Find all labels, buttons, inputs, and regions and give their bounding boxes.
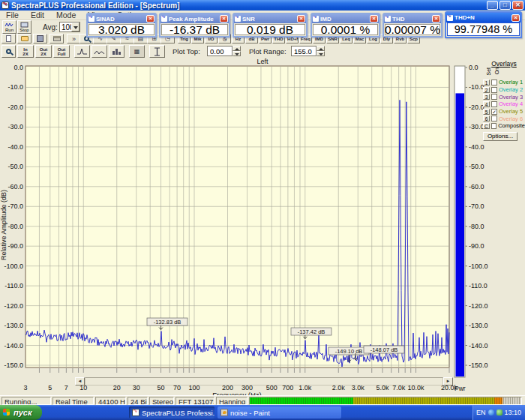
overlay-row-3: 3Overlay 3 (483, 93, 525, 100)
plot-top-input[interactable]: 0.00 (207, 46, 232, 56)
svg-text:Left: Left (256, 58, 268, 65)
zoom-in-2x-button[interactable]: In 2X (17, 45, 34, 58)
meter-panel-value: 0.019 dB (235, 24, 305, 35)
stop-button[interactable]: Stop (17, 20, 32, 34)
overlay-row-1: 1Overlay 1 (483, 79, 525, 86)
overlay-checkbox-3[interactable] (491, 94, 497, 100)
svg-text:-148.07 dB: -148.07 dB (370, 346, 398, 353)
meter-panel-peak-amplitude[interactable]: Peak Amplitude×-16.37 dB (159, 13, 230, 38)
plot-top-label: Plot Top: (172, 47, 200, 56)
overlay-checkbox-5[interactable]: ✓ (491, 109, 497, 115)
cursor-button[interactable] (149, 45, 165, 58)
svg-text:-140.0: -140.0 (4, 342, 23, 350)
input-level-meter (249, 397, 522, 405)
svg-text:-130.0: -130.0 (4, 322, 23, 329)
overlay-set-button-c[interactable]: C (483, 123, 490, 129)
open-file-button[interactable] (17, 34, 32, 44)
svg-text:-30.0: -30.0 (469, 123, 484, 130)
meter-panel-titlebar: THD× (384, 14, 441, 23)
menu-file[interactable]: File (0, 10, 25, 20)
meter-panel-title: THD (392, 16, 432, 22)
language-indicator[interactable]: EN (476, 409, 486, 416)
save-button[interactable] (33, 34, 47, 44)
taskbar-button-spectra[interactable]: SpectraPLUS Professi... (129, 406, 214, 418)
zoom-full-button[interactable]: Out Full (53, 45, 70, 58)
smooth-curve-button[interactable] (92, 45, 107, 58)
meter-panel-thd[interactable]: THD×0.00007 % (382, 13, 442, 38)
combo-dropdown-icon[interactable] (71, 22, 80, 32)
svg-text:-110.0: -110.0 (4, 282, 23, 290)
overlay-set-button-2[interactable]: 2 (483, 87, 490, 93)
spectrum-plot[interactable]: 35710203050701002003005007001.0k2.0k3.0k… (0, 58, 525, 399)
maximize-button[interactable]: □ (500, 1, 511, 10)
overlay-label-6: Overlay 6 (499, 116, 523, 122)
plot-range-label: Plot Range: (249, 47, 286, 56)
overlay-set-button-5[interactable]: 5 (483, 109, 490, 115)
palette-button[interactable]: ▦ (129, 45, 145, 58)
zoom-select-button[interactable] (2, 45, 16, 58)
meter-panel-value: 3.020 dB (88, 24, 154, 35)
minimize-button[interactable]: _ (487, 1, 498, 10)
peak-curve-button[interactable] (74, 45, 90, 58)
meter-panel-value: 0.00007 % (385, 24, 440, 35)
taskbar-button-paint[interactable]: noise - Paint (218, 406, 341, 418)
svg-text:-60.0: -60.0 (469, 183, 484, 190)
meter-panel-title: SNR (242, 16, 297, 22)
overlay-checkbox-c[interactable] (491, 123, 497, 129)
meter-panel-imd[interactable]: IMD×0.0001 % (310, 13, 380, 38)
meter-panel-title: SINAD (96, 16, 146, 22)
svg-text:-70.0: -70.0 (8, 202, 23, 210)
svg-text:0.0: 0.0 (469, 64, 478, 71)
new-file-button[interactable] (2, 34, 16, 44)
menu-edit[interactable]: Edit (25, 10, 50, 20)
plot-range-input[interactable]: 155.0 (291, 46, 316, 56)
scroll-left-icon[interactable]: ◄ (75, 377, 85, 386)
meter-panel-value: -16.37 dB (161, 24, 228, 35)
overlay-checkbox-4[interactable] (491, 101, 497, 107)
start-button[interactable]: пуск (0, 405, 42, 420)
bar-spectrum-button[interactable] (109, 45, 124, 58)
close-icon[interactable]: × (370, 15, 378, 22)
overlay-label-2: Overlay 2 (499, 86, 523, 93)
overlay-set-button-6[interactable]: 6 (483, 116, 490, 122)
plot-top-spinner[interactable] (232, 46, 241, 56)
close-icon[interactable]: × (220, 15, 228, 22)
overlay-checkbox-2[interactable] (491, 87, 497, 93)
zoom-out-2x-button[interactable]: Out 2X (35, 45, 52, 58)
close-icon[interactable]: × (146, 15, 154, 22)
close-icon[interactable]: × (297, 15, 305, 22)
close-icon[interactable]: × (512, 14, 520, 22)
close-icon[interactable]: × (432, 15, 440, 22)
menu-mode[interactable]: Mode (50, 10, 82, 20)
tray-app-icon[interactable] (496, 410, 502, 416)
overlay-checkbox-1[interactable] (491, 80, 497, 86)
meter-panel-snr[interactable]: SNR×0.019 dB (232, 13, 308, 38)
svg-text:-70.0: -70.0 (469, 202, 484, 210)
svg-text:-90.0: -90.0 (469, 242, 484, 250)
meter-panel-sinad[interactable]: SINAD×3.020 dB (86, 13, 157, 38)
scrollbar-track[interactable] (85, 377, 443, 386)
svg-text:-20.0: -20.0 (8, 104, 23, 111)
meter-panel-title: THD+N (454, 14, 512, 21)
scroll-right-icon[interactable]: ► (443, 377, 453, 386)
print-button[interactable] (50, 34, 64, 44)
status-fft: FFT 131072 pts (176, 397, 214, 405)
svg-text:-50.0: -50.0 (8, 163, 23, 170)
tray-network-icon[interactable] (488, 410, 494, 416)
overlays-options-button[interactable]: Options... (483, 132, 518, 141)
meter-panel-thd-n[interactable]: THD+N×99.77948 % (445, 11, 522, 38)
svg-text:-100.0: -100.0 (4, 262, 23, 270)
toolbar-zoom: In 2X Out 2X Out Full ▦ Plot Top: 0.00 P… (0, 44, 525, 58)
overlay-set-button-3[interactable]: 3 (483, 94, 490, 100)
meter-panel-value: 0.0001 % (313, 24, 378, 35)
run-button[interactable]: Run (2, 20, 16, 34)
close-button[interactable]: ✕ (512, 1, 524, 10)
overlay-checkbox-6[interactable] (491, 116, 497, 122)
overlay-set-button-1[interactable]: 1 (483, 80, 490, 86)
plot-range-value: 155.0 (294, 47, 312, 56)
plot-range-spinner[interactable] (316, 46, 325, 56)
plot-horizontal-scrollbar[interactable]: ◄ ► (75, 377, 453, 386)
svg-text:-120.0: -120.0 (469, 302, 488, 310)
overlay-set-button-4[interactable]: 4 (483, 101, 490, 107)
avg-combobox[interactable]: 100 (59, 22, 80, 32)
